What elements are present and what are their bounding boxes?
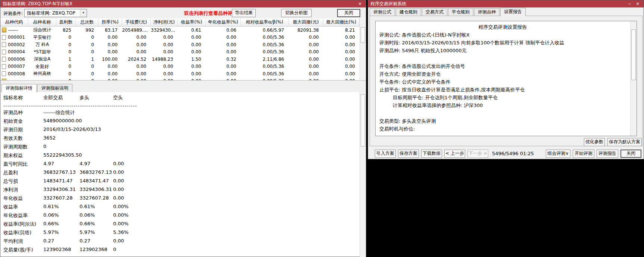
table-cell: 2.11/6.86 <box>241 57 289 62</box>
column-header[interactable]: 品种名称 <box>28 18 56 26</box>
bottom-bar: 引入方案 保存方案 下载数据 < 上一步 下一步 > 5496/5496 01:… <box>368 146 644 160</box>
column-header[interactable]: 最大回撤比(%) <box>323 18 360 26</box>
report-line <box>376 54 630 62</box>
table-cell: 2054989.... <box>122 28 151 33</box>
column-header[interactable]: 净利润(元) <box>151 18 178 26</box>
scrollbar-thumb[interactable] <box>631 29 636 80</box>
import-plan-button[interactable]: 引入方案 <box>375 150 396 158</box>
optimize-params-button[interactable]: 优化参数 <box>584 138 605 146</box>
left-titlebar[interactable]: 指标星球网: ZBXQ.TOP-N字封喉X ✕ <box>0 0 366 7</box>
switch-analysis-chart-button[interactable]: 切换分析图 <box>281 9 312 17</box>
settings-report-page: 程序交易评测设置报告评测公式: 条件选股公式-(日线)-N字封喉X评测时段: 2… <box>370 16 643 146</box>
close-button[interactable]: 关闭 <box>620 150 641 158</box>
table-row[interactable]: 000008神州高铁000.000.000.000.000.000.00/5.3… <box>0 70 360 78</box>
table-cell: 0.00 <box>289 57 323 62</box>
table-cell: 3329430... <box>151 28 178 33</box>
table-cell: 0.00/5.36 <box>241 35 289 40</box>
detail-row: 总盈利36832767.1336832767.130.00 <box>0 169 353 176</box>
save-as-default-button[interactable]: 保存为默认方案 <box>607 138 642 146</box>
close-button[interactable]: 关闭 <box>337 9 360 17</box>
detail-scrollbar[interactable] <box>360 92 366 257</box>
table-row[interactable]: 000007全新好000.000.000.000.000.000.00/5.36… <box>0 63 360 70</box>
prev-step-button[interactable]: < 上一步 <box>444 150 465 158</box>
table-cell: 0.00 <box>206 42 241 47</box>
row-checkbox-icon[interactable] <box>2 35 6 40</box>
condition-label: 评测条件: <box>3 10 23 17</box>
row-checkbox-icon[interactable] <box>2 64 6 69</box>
right-titlebar[interactable]: 程序交易评测系统 − ✕ <box>368 0 644 7</box>
minimize-icon[interactable]: − <box>626 0 632 7</box>
table-cell: 1 <box>76 57 99 62</box>
column-header[interactable]: 年化收益率(%) <box>206 18 241 26</box>
left-toolbar: 评测条件: 指标星球网: ZBXQ.TOP ▾ 双击列表行查看品种评测图表 导出… <box>0 7 366 18</box>
table-row[interactable]: 000001平安银行000.000.000.000.000.000.00/5.3… <box>0 34 360 41</box>
detail-header: 全部交易 <box>43 94 63 101</box>
detail-label: 收益率(贝塔) <box>3 229 31 236</box>
detail-value: 2016/03/15-2026/03/13 <box>43 126 101 132</box>
stock-name: 深振业A <box>28 56 56 62</box>
row-checkbox-icon[interactable] <box>2 57 6 62</box>
table-row[interactable]: ------综合统计82599283.172054989....3329430.… <box>0 26 360 34</box>
close-icon[interactable]: ✕ <box>357 0 363 7</box>
backtest-report-button[interactable]: 评测报告 <box>597 150 618 158</box>
report-line <box>376 109 630 117</box>
scrollbar-thumb[interactable] <box>361 94 365 147</box>
row-checkbox-icon[interactable] <box>2 42 6 47</box>
table-cell: 0.00 <box>323 64 360 69</box>
column-header[interactable]: 品种代码 <box>0 18 28 26</box>
stock-name: 全新好 <box>28 63 56 70</box>
start-backtest-button[interactable]: 开始评测 <box>573 150 594 158</box>
table-cell: 0.00 <box>151 64 178 69</box>
main-tab[interactable]: 设置报告 <box>500 8 526 16</box>
column-header[interactable]: 胜率(%) <box>99 18 122 26</box>
combo-backtest-button[interactable]: 组合评测∨ <box>546 150 570 158</box>
chevron-down-icon[interactable]: ▾ <box>80 9 87 17</box>
table-cell: 0.00 <box>206 49 241 54</box>
column-header[interactable]: 手续费(元) <box>122 18 151 26</box>
report-line: 交易时机与价位: <box>376 125 630 133</box>
table-cell: 0.00 <box>122 71 151 76</box>
save-plan-button[interactable]: 保存方案 <box>398 150 419 158</box>
column-header[interactable]: 相对收益率α/β(%) <box>241 18 289 26</box>
main-tab[interactable]: 评测公式 <box>370 8 395 16</box>
row-checkbox-icon[interactable] <box>2 71 6 76</box>
table-row[interactable]: 000004*ST国华000.000.000.000.000.000.00/5.… <box>0 48 360 56</box>
code-cell: 000007 <box>0 64 28 69</box>
column-header[interactable]: 收益率(%) <box>178 18 206 26</box>
table-cell: 0.00 <box>206 71 241 76</box>
table-row[interactable]: 000.000.000.000.000.000.00/5.360.000.00 <box>0 78 360 81</box>
export-results-button[interactable]: 导出结果 <box>232 9 256 17</box>
main-tab[interactable]: 交易方式 <box>422 8 447 16</box>
results-table-body: ------综合统计82599283.172054989....3329430.… <box>0 26 360 80</box>
row-checkbox-icon[interactable] <box>2 50 6 54</box>
table-row[interactable]: 000002万 科A000.000.000.000.000.000.00/5.3… <box>0 41 360 48</box>
main-tab[interactable]: 建仓规则 <box>396 8 421 16</box>
report-line: 目标周期平仓: 开仓达到1个周期,则全部数量平仓 <box>376 94 630 101</box>
stock-name: 神州高铁 <box>28 70 56 77</box>
dashed-separator: ----------------------------------------… <box>3 103 137 109</box>
detail-tab-strip: 评测指标详情评测指标说明 <box>1 84 73 93</box>
report-line: 评测品种: 5496只 初始投入1000000元 <box>376 47 630 54</box>
detail-tab[interactable]: 评测指标说明 <box>37 84 72 92</box>
column-header[interactable]: 总次数 <box>76 18 99 26</box>
download-data-button[interactable]: 下载数据 <box>421 150 442 158</box>
detail-value: 0.00 <box>113 195 124 201</box>
detail-row: 有效天数3652 <box>0 135 353 141</box>
column-header[interactable]: 盈利数 <box>56 18 76 26</box>
main-tab[interactable]: 评测品种 <box>474 8 500 16</box>
detail-tab[interactable]: 评测指标详情 <box>1 84 37 93</box>
condition-combobox[interactable]: 指标星球网: ZBXQ.TOP ▾ <box>24 9 87 17</box>
table-row[interactable]: 000006深振业A11100.002024.5214988.231.500.3… <box>0 56 360 63</box>
table-cell: 0.00 <box>323 71 360 76</box>
table-cell: 0 <box>76 49 99 54</box>
table-scrollbar[interactable] <box>360 18 366 80</box>
table-cell: 0.00/5.36 <box>241 64 289 69</box>
report-scrollbar[interactable] <box>630 21 637 136</box>
main-tab[interactable]: 平仓规则 <box>448 8 473 16</box>
column-header[interactable]: 最大回撤(元) <box>289 18 323 26</box>
stock-code: 000001 <box>8 35 25 40</box>
detail-row: 交易量(股/手)1239023681239023680 <box>0 247 353 253</box>
stock-code: ------ <box>8 28 18 33</box>
close-icon[interactable]: ✕ <box>635 0 641 7</box>
scrollbar-thumb[interactable] <box>361 27 365 43</box>
